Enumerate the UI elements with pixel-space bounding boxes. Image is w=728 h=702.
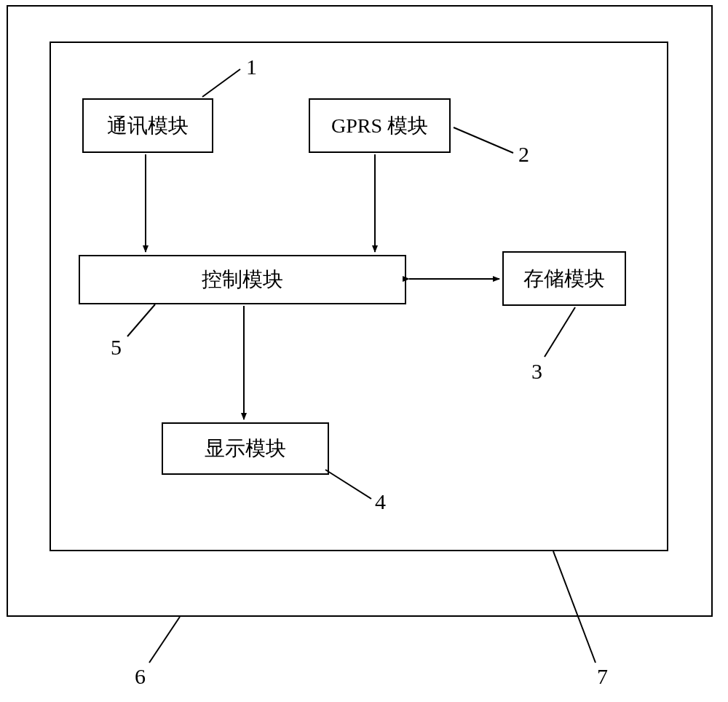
gprs-module-label: GPRS 模块 xyxy=(331,112,428,140)
storage-module-block: 存储模块 xyxy=(502,251,626,306)
label-7: 7 xyxy=(597,664,608,689)
control-module-block: 控制模块 xyxy=(79,255,406,304)
display-module-label: 显示模块 xyxy=(205,435,286,462)
control-module-label: 控制模块 xyxy=(202,266,283,293)
label-6: 6 xyxy=(135,664,146,689)
storage-module-label: 存储模块 xyxy=(523,265,605,293)
leader-6 xyxy=(149,617,180,663)
label-5: 5 xyxy=(111,335,122,360)
gprs-module-block: GPRS 模块 xyxy=(309,98,451,153)
label-1: 1 xyxy=(246,55,257,79)
label-4: 4 xyxy=(375,489,386,514)
label-3: 3 xyxy=(531,359,542,384)
comm-module-label: 通讯模块 xyxy=(107,112,189,140)
label-2: 2 xyxy=(518,142,529,167)
display-module-block: 显示模块 xyxy=(162,422,329,475)
comm-module-block: 通讯模块 xyxy=(82,98,213,153)
